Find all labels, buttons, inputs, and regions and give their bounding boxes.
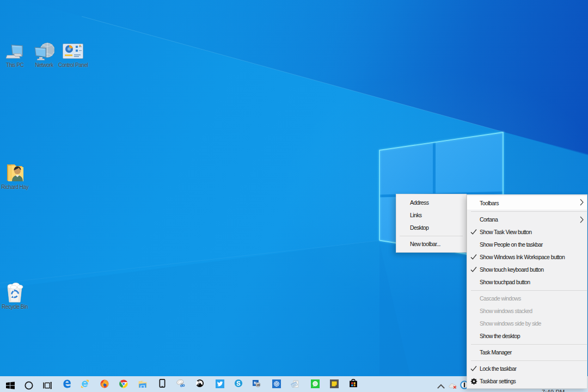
svg-text:18: 18 xyxy=(256,383,260,387)
